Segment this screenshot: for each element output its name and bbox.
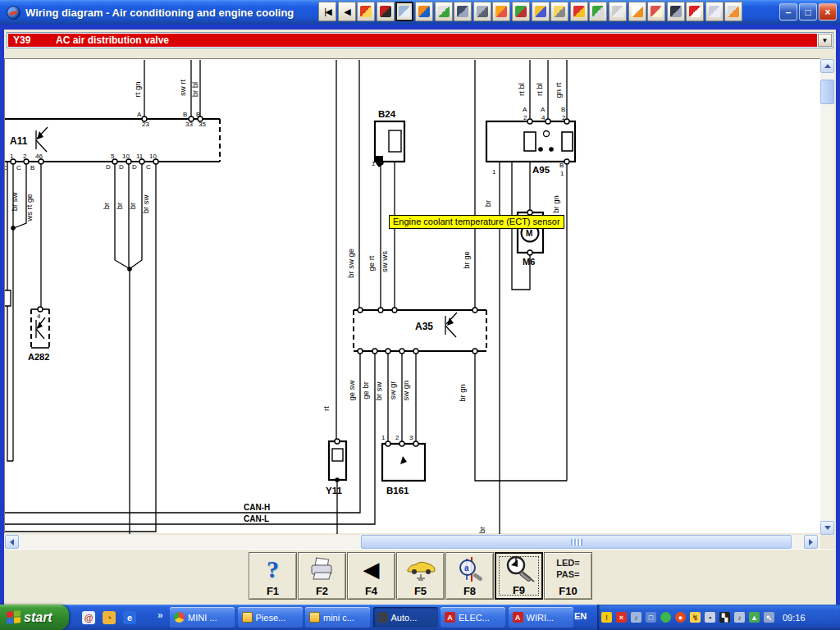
timing-chain-button[interactable] <box>473 2 491 21</box>
security-alert-icon[interactable]: × <box>616 612 627 623</box>
task-button-piese[interactable]: Piese... <box>238 607 303 628</box>
volume-muted-icon[interactable]: ♪ <box>631 612 641 623</box>
plug-diagnostic-button[interactable] <box>724 2 742 21</box>
wire-label: br sw ge <box>346 249 355 278</box>
scroll-right-button[interactable] <box>804 535 818 549</box>
technical-data-button[interactable] <box>415 2 433 21</box>
abs-warning-button[interactable] <box>686 2 704 21</box>
back-arrow-icon: ◀ <box>363 559 380 580</box>
pin <box>372 349 377 354</box>
wire-label: br <box>115 203 124 209</box>
language-indicator[interactable]: EN <box>574 611 587 621</box>
car-question-button[interactable] <box>628 2 646 21</box>
arrowhead <box>37 322 43 329</box>
lift-button[interactable] <box>512 2 530 21</box>
pin <box>386 441 390 446</box>
quick-launch-mail-icon[interactable]: @ <box>82 611 95 624</box>
maximize-button[interactable]: □ <box>799 3 817 21</box>
function-key-toolbar: ? F1 F2 ◀ F4 <box>4 549 834 605</box>
service-cost-button[interactable] <box>570 2 588 21</box>
safely-remove-icon[interactable]: ▲ <box>749 612 760 623</box>
junction-dot <box>11 226 16 231</box>
wire-label: 1 <box>10 153 14 160</box>
wire-label: ge sw <box>347 380 356 400</box>
srs-icon <box>651 6 662 17</box>
task-button-auto[interactable]: Auto... <box>373 607 438 628</box>
repair-times-button[interactable] <box>395 2 413 21</box>
previous-diagram-button[interactable]: ◀ <box>338 2 356 21</box>
ramp-icon <box>495 6 507 17</box>
f4-back-button[interactable]: ◀ F4 <box>347 552 395 600</box>
junction-dot <box>127 267 132 272</box>
scroll-down-button[interactable] <box>820 521 834 535</box>
horizontal-scrollbar-thumb[interactable] <box>361 535 792 549</box>
srs-button[interactable] <box>647 2 665 21</box>
network-icon[interactable]: □ <box>646 612 656 623</box>
pin <box>413 349 418 354</box>
quick-launch-ie-icon[interactable]: e <box>123 611 136 624</box>
f5-label: F5 <box>414 585 427 597</box>
f10-led-pas-button[interactable]: LED=PAS= F10 <box>544 552 592 600</box>
tyres-button[interactable] <box>609 2 627 21</box>
wire-label: br <box>102 203 111 209</box>
pin <box>546 119 550 124</box>
aircon-car-button[interactable] <box>705 2 724 21</box>
combobox-dropdown-button[interactable]: ▼ <box>818 34 832 47</box>
vertical-scrollbar[interactable] <box>820 59 834 535</box>
task-label: MINI ... <box>188 613 217 623</box>
wire-label: B <box>561 106 565 113</box>
vertical-scrollbar-thumb[interactable] <box>820 80 834 104</box>
f9-search-button[interactable]: F9 <box>495 552 543 600</box>
start-button[interactable]: start <box>0 605 69 630</box>
wire-label: rt bl <box>517 83 526 96</box>
wire-label: br bl <box>190 82 199 97</box>
first-diagram-button[interactable]: |◀ <box>318 2 336 21</box>
display-icon[interactable]: ▪ <box>705 612 715 623</box>
f1-help-button[interactable]: ? F1 <box>249 552 297 600</box>
wheel-button[interactable] <box>667 2 685 21</box>
world-button[interactable] <box>454 2 472 21</box>
volume-icon[interactable]: ♪ <box>734 612 745 623</box>
wire-label: A <box>541 106 546 113</box>
wire-label: 23 <box>142 121 149 128</box>
power-lightning-icon[interactable]: ↯ <box>690 612 701 623</box>
pointer-data-button[interactable] <box>435 2 453 21</box>
warning-button[interactable] <box>357 2 375 21</box>
print-button[interactable] <box>589 2 607 21</box>
f5-vehicle-button[interactable]: F5 <box>396 552 445 600</box>
security-center-icon[interactable]: ● <box>675 612 686 623</box>
task-button-elec[interactable]: AELEC... <box>441 607 505 628</box>
security-warning-icon[interactable]: ! <box>601 612 612 623</box>
quick-launch-messenger-icon[interactable]: ◔ <box>103 611 116 624</box>
quick-launch-overflow[interactable]: » <box>158 609 163 621</box>
task-button-minic[interactable]: mini c... <box>305 607 370 628</box>
aircon-car-icon <box>709 6 720 17</box>
video-driver-icon[interactable]: ▚ <box>719 612 730 623</box>
window-controls: – □ × <box>779 3 837 21</box>
f2-print-button[interactable]: F2 <box>298 552 346 600</box>
wire-label: 10 <box>149 153 157 160</box>
wire-label: C <box>5 164 7 171</box>
component-combobox[interactable]: Y39 AC air distribution valve ▼ <box>7 32 833 48</box>
towing-button[interactable] <box>532 2 550 21</box>
task-button-mini[interactable]: MINI ... <box>170 607 235 628</box>
window-border <box>4 25 836 30</box>
key-programming-button[interactable] <box>550 2 568 21</box>
scroll-up-button[interactable] <box>820 59 834 73</box>
ramp-button[interactable] <box>492 2 510 21</box>
task-button-wiri[interactable]: AWIRI... <box>509 607 573 628</box>
pin <box>358 349 363 354</box>
scroll-left-button[interactable] <box>5 535 19 549</box>
close-button[interactable]: × <box>819 3 837 21</box>
minimize-button[interactable]: – <box>779 3 797 21</box>
magnifier-icon <box>496 554 541 584</box>
pointer-tool-icon[interactable]: ↖ <box>764 612 774 623</box>
wire-label: C <box>16 164 21 171</box>
brake-tester-button[interactable] <box>377 2 395 21</box>
f8-component-test-button[interactable]: a F8 <box>445 552 494 600</box>
wire-label: 33 <box>185 121 193 128</box>
f4-label: F4 <box>365 585 377 597</box>
utorrent-icon[interactable] <box>660 612 671 623</box>
wiring-diagram-canvas[interactable]: rt gnsw rtbr blA23B33B35A1112465101110CC… <box>4 58 820 533</box>
wire-label: gn rt <box>554 82 563 98</box>
